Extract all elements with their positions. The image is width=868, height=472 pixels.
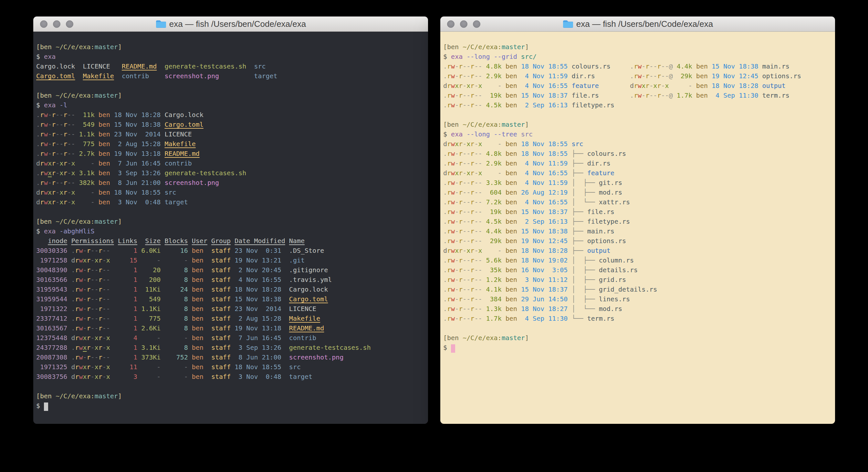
- terminal-line: .rw-r--r-- 384 ben 29 Jun 14:50 │ ├── li…: [443, 294, 832, 304]
- terminal-cursor: [451, 344, 455, 353]
- window-title-area: exa — fish /Users/ben/Code/exa/exa: [155, 19, 306, 29]
- terminal-line: $ exa -abghHliS: [36, 226, 425, 236]
- window-title: exa — fish /Users/ben/Code/exa/exa: [169, 19, 306, 29]
- terminal-line: .rw-r--r-- 1.1k ben 23 Nov 2014 LICENCE: [36, 129, 425, 139]
- terminal-line: Cargo.lock LICENCE README.md generate-te…: [36, 61, 425, 71]
- terminal-line: .rw-r--r-- 2.9k ben 4 Nov 11:59 ├── dir.…: [443, 158, 832, 168]
- terminal-line: [ben ~/C/e/exa:master]: [443, 120, 832, 129]
- terminal-line: [36, 207, 425, 216]
- terminal-line: .rw-r--r-- 29k ben 19 Nov 12:45 ├── opti…: [443, 236, 832, 246]
- terminal-window-light: exa — fish /Users/ben/Code/exa/exa [ben …: [440, 17, 835, 424]
- terminal-line: 30030336 .rw-r--r-- 1 6.0Ki 16 ben staff…: [36, 246, 425, 256]
- terminal-output-dark[interactable]: [ben ~/C/e/exa:master]$ exaCargo.lock LI…: [33, 32, 428, 424]
- window-title: exa — fish /Users/ben/Code/exa/exa: [576, 19, 713, 29]
- terminal-line: .rwxr-xr-x 3.1k ben 3 Sep 13:26 generate…: [36, 168, 425, 178]
- terminal-line: .rw-r--r-- 1.3k ben 18 Nov 18:27 │ └── m…: [443, 304, 832, 314]
- terminal-line: 20087308 .rw-r--r-- 1 373Ki 752 ben staf…: [36, 352, 425, 362]
- folder-icon: [155, 20, 166, 28]
- window-controls: [40, 17, 73, 31]
- terminal-line: .rw-r--r-- 4.4k ben 15 Nov 18:38 ├── mai…: [443, 226, 832, 236]
- terminal-line: 30163566 .rw-r--r-- 1 200 8 ben staff 4 …: [36, 275, 425, 285]
- terminal-line: [ben ~/C/e/exa:master]: [36, 391, 425, 401]
- terminal-line: $ exa -l: [36, 100, 425, 110]
- close-button[interactable]: [40, 20, 48, 28]
- terminal-line: Cargo.toml Makefile contrib screenshot.p…: [36, 71, 425, 81]
- terminal-line: 23377412 .rw-r--r-- 1 775 8 ben staff 2 …: [36, 314, 425, 323]
- terminal-line: [ben ~/C/e/exa:master]: [443, 42, 832, 52]
- terminal-line: [443, 323, 832, 333]
- terminal-line: .rw-r--r-- 2.9k ben 4 Nov 11:59 dir.rs .…: [443, 71, 832, 81]
- terminal-line: 30048390 .rw-r--r-- 1 20 8 ben staff 2 N…: [36, 265, 425, 275]
- terminal-line: .rw-r--r-- 19k ben 15 Nov 18:37 file.rs …: [443, 90, 832, 100]
- terminal-line: [ben ~/C/e/exa:master]: [36, 90, 425, 100]
- terminal-line: drwxr-xr-x - ben 4 Nov 16:55 ├── feature: [443, 168, 832, 178]
- terminal-line: [ben ~/C/e/exa:master]: [443, 333, 832, 343]
- terminal-line: .rw-r--r-- 4.5k ben 2 Sep 16:13 ├── file…: [443, 216, 832, 226]
- terminal-line: .rw-r--r-- 382k ben 8 Jun 21:00 screensh…: [36, 178, 425, 187]
- terminal-line: drwxr-xr-x - ben 18 Nov 18:55 src: [36, 187, 425, 197]
- window-titlebar[interactable]: exa — fish /Users/ben/Code/exa/exa: [440, 17, 835, 32]
- terminal-line: 31959543 .rw-r--r-- 1 11Ki 24 ben staff …: [36, 285, 425, 294]
- terminal-line: 30083756 drwxr-xr-x 3 - - ben staff 3 No…: [36, 372, 425, 382]
- terminal-line: inode Permissions Links Size Blocks User…: [36, 236, 425, 246]
- terminal-line: .rw-r--r-- 549 ben 15 Nov 18:38 Cargo.to…: [36, 120, 425, 129]
- minimize-button[interactable]: [53, 20, 60, 28]
- terminal-output-light[interactable]: [ben ~/C/e/exa:master]$ exa --long --gri…: [440, 32, 835, 424]
- terminal-line: .rw-r--r-- 4.8k ben 18 Nov 18:55 ├── col…: [443, 149, 832, 158]
- terminal-line: drwxr-xr-x - ben 3 Nov 0:48 target: [36, 197, 425, 207]
- terminal-line: .rw-r--r-- 4.1k ben 15 Nov 18:37 │ ├── g…: [443, 285, 832, 294]
- terminal-line: $: [36, 401, 425, 411]
- terminal-line: 30163567 .rw-r--r-- 1 2.6Ki 8 ben staff …: [36, 323, 425, 333]
- terminal-line: $ exa --long --grid src/: [443, 52, 832, 61]
- terminal-line: [ben ~/C/e/exa:master]: [36, 42, 425, 52]
- terminal-line: 1971322 .rw-r--r-- 1 1.1Ki 8 ben staff 2…: [36, 304, 425, 314]
- terminal-line: .rw-r--r-- 2.7k ben 19 Nov 13:18 README.…: [36, 149, 425, 158]
- terminal-line: .rw-r--r-- 4.8k ben 18 Nov 18:55 colours…: [443, 61, 832, 71]
- window-title-area: exa — fish /Users/ben/Code/exa/exa: [562, 19, 713, 29]
- terminal-line: drwxr-xr-x - ben 4 Nov 16:55 feature drw…: [443, 81, 832, 90]
- terminal-line: 1971258 drwxr-xr-x 15 - - ben staff 19 N…: [36, 256, 425, 265]
- terminal-line: [36, 382, 425, 391]
- terminal-line: $ exa --long --tree src: [443, 129, 832, 139]
- close-button[interactable]: [447, 20, 455, 28]
- terminal-line: [36, 81, 425, 90]
- terminal-line: .rw-r--r-- 19k ben 15 Nov 18:37 ├── file…: [443, 207, 832, 216]
- window-controls: [447, 17, 480, 31]
- window-titlebar[interactable]: exa — fish /Users/ben/Code/exa/exa: [33, 17, 428, 32]
- minimize-button[interactable]: [460, 20, 467, 28]
- terminal-line: 24377288 .rwxr-xr-x 1 3.1Ki 8 ben staff …: [36, 343, 425, 352]
- terminal-line: 1971325 drwxr-xr-x 11 - - ben staff 18 N…: [36, 362, 425, 372]
- terminal-window-dark: exa — fish /Users/ben/Code/exa/exa [ben …: [33, 17, 428, 424]
- terminal-line: .rw-r--r-- 35k ben 16 Nov 3:05 │ ├── det…: [443, 265, 832, 275]
- terminal-line: drwxr-xr-x - ben 18 Nov 18:55 src: [443, 139, 832, 149]
- folder-icon: [562, 20, 573, 28]
- terminal-line: .rw-r--r-- 1.2k ben 3 Nov 11:12 │ ├── gr…: [443, 275, 832, 285]
- terminal-line: .rw-r--r-- 4.5k ben 2 Sep 16:13 filetype…: [443, 100, 832, 110]
- terminal-line: [ben ~/C/e/exa:master]: [36, 216, 425, 226]
- zoom-button[interactable]: [66, 20, 73, 28]
- terminal-cursor: [44, 403, 48, 411]
- terminal-line: 12375448 drwxr-xr-x 4 - - ben staff 7 Ju…: [36, 333, 425, 343]
- terminal-line: .rw-r--r-- 7.2k ben 4 Nov 16:55 │ └── xa…: [443, 197, 832, 207]
- terminal-line: [443, 110, 832, 120]
- terminal-line: .rw-r--r-- 1.7k ben 4 Sep 11:30 └── term…: [443, 314, 832, 323]
- terminal-line: $ exa: [36, 52, 425, 61]
- terminal-line: drwxr-xr-x - ben 7 Jun 16:45 contrib: [36, 158, 425, 168]
- terminal-line: $: [443, 343, 832, 352]
- zoom-button[interactable]: [473, 20, 480, 28]
- terminal-line: .rw-r--r-- 604 ben 26 Aug 12:19 │ ├── mo…: [443, 187, 832, 197]
- terminal-line: .rw-r--r-- 11k ben 18 Nov 18:28 Cargo.lo…: [36, 110, 425, 120]
- terminal-line: 31959544 .rw-r--r-- 1 549 8 ben staff 15…: [36, 294, 425, 304]
- terminal-line: drwxr-xr-x - ben 18 Nov 18:28 ├── output: [443, 246, 832, 256]
- terminal-line: .rw-r--r-- 3.3k ben 4 Nov 11:59 │ ├── gi…: [443, 178, 832, 187]
- desktop: { "chrome": { "title": "exa — fish /User…: [0, 0, 868, 472]
- terminal-line: .rw-r--r-- 5.6k ben 18 Nov 19:02 │ ├── c…: [443, 256, 832, 265]
- terminal-line: .rw-r--r-- 775 ben 2 Aug 15:28 Makefile: [36, 139, 425, 149]
